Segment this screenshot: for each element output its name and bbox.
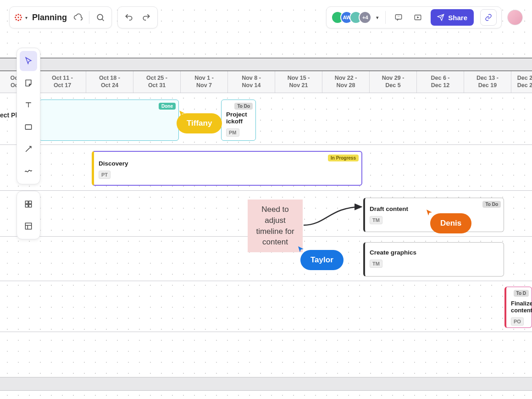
date-l2: Dec 12 [431, 82, 449, 89]
date-col: Nov 8 -Nov 14 [228, 71, 275, 93]
undo-redo-card [117, 6, 158, 28]
tool-group-layout [17, 191, 40, 239]
task-card-discovery[interactable]: In Progress Discovery PT [92, 151, 362, 186]
search-icon[interactable] [94, 11, 107, 24]
status-badge: To D [514, 290, 529, 297]
avatar-overflow[interactable]: +4 [359, 11, 371, 24]
topbar: ▾ Planning AW +4 [9, 6, 523, 28]
task-assignee: PO [511, 317, 524, 326]
task-card-kickoff[interactable]: To Do Projectickoff PM [221, 100, 256, 141]
comment-icon[interactable]: ”” [392, 11, 405, 24]
tool-group-main [17, 48, 40, 184]
date-col: Dec 6 -Dec 12 [417, 71, 464, 93]
date-col: Nov 15 -Nov 21 [275, 71, 322, 93]
undo-icon[interactable] [122, 11, 135, 24]
svg-point-1 [17, 14, 19, 15]
tool-frame[interactable] [20, 216, 37, 236]
share-button[interactable]: Share [431, 9, 474, 26]
redo-icon[interactable] [140, 11, 153, 24]
divider [89, 11, 89, 24]
lane-sep [0, 190, 532, 191]
date-l1: Nov 29 - [382, 75, 405, 82]
divider [385, 11, 386, 24]
task-card-done[interactable]: Done [39, 100, 179, 141]
date-l1: Nov 8 - [242, 75, 261, 82]
tool-cursor[interactable] [20, 51, 37, 71]
tool-strip [17, 48, 40, 239]
date-l1: Dec 2 [517, 75, 532, 82]
tool-rectangle[interactable] [20, 117, 37, 137]
ruler-top [0, 58, 532, 71]
svg-point-6 [20, 15, 21, 16]
lane-sep [0, 281, 532, 281]
title-card: ▾ Planning [9, 6, 112, 28]
cursor-pointer-denis [426, 209, 433, 216]
date-l2: Nov 7 [196, 82, 212, 89]
sticky-line: content [262, 238, 288, 246]
svg-point-4 [21, 17, 22, 18]
date-l2: Oct 31 [148, 82, 166, 89]
present-icon[interactable] [411, 11, 424, 24]
task-assignee: PM [226, 128, 239, 137]
tool-sticky[interactable] [20, 73, 37, 93]
date-l1: Oct 18 - [99, 75, 120, 82]
tool-grid[interactable] [20, 194, 37, 214]
task-assignee: PT [99, 171, 111, 179]
timeline[interactable]: Oct 4 - Oct 10 Oct 11 -Oct 17 Oct 18 -Oc… [0, 58, 532, 399]
svg-point-8 [20, 19, 21, 20]
sticky-note[interactable]: Need to adjust timeline for content [248, 200, 303, 252]
tool-line[interactable] [20, 139, 37, 159]
status-badge: To Do [482, 201, 501, 208]
task-card-graphics[interactable]: Create graphics TM [363, 242, 504, 277]
svg-rect-17 [25, 201, 28, 204]
share-icon [437, 14, 444, 21]
share-label: Share [448, 14, 467, 22]
date-l1: Nov 1 - [194, 75, 214, 82]
date-l1: Dec 6 - [431, 75, 450, 82]
date-l1: Dec 13 - [477, 75, 499, 82]
board-title[interactable]: Planning [32, 13, 67, 22]
tool-text[interactable] [20, 95, 37, 115]
task-title: Discovery [99, 160, 357, 167]
date-col: Nov 1 -Nov 7 [181, 71, 228, 93]
cursor-pointer-taylor [297, 245, 305, 253]
avatar-stack[interactable]: AW +4 [331, 11, 371, 24]
avatar-label: +4 [362, 15, 368, 20]
cursor-label-denis: Denis [430, 213, 471, 233]
svg-point-7 [16, 19, 17, 20]
lane-sep [0, 332, 532, 332]
sticky-line: adjust [265, 216, 285, 225]
date-l2: Nov 14 [242, 82, 261, 89]
svg-point-0 [17, 17, 19, 18]
task-card-finalize[interactable]: To D Finalizecontent PO [504, 287, 532, 328]
collab-card: AW +4 ▾ ”” Share [326, 6, 502, 28]
app-logo-icon [14, 13, 22, 22]
date-col: Oct 18 -Oct 24 [86, 71, 133, 93]
sticky-line: Need to [261, 205, 289, 214]
avatars-caret-icon[interactable]: ▾ [376, 15, 379, 21]
date-l2: Oct 24 [101, 82, 118, 89]
date-header-row: Oct 4 - Oct 10 Oct 11 -Oct 17 Oct 18 -Oc… [0, 71, 532, 93]
topbar-right: AW +4 ▾ ”” Share [326, 6, 523, 28]
cloud-sync-icon[interactable] [72, 11, 84, 24]
svg-rect-15 [25, 125, 31, 129]
logo-caret-icon[interactable]: ▾ [25, 15, 28, 20]
date-l2: Nov 28 [337, 82, 355, 89]
svg-point-9 [97, 14, 103, 20]
date-col: Nov 22 -Nov 28 [322, 71, 370, 93]
svg-line-10 [102, 19, 104, 21]
svg-point-2 [17, 20, 19, 21]
date-l2: Dec 2 [517, 82, 532, 89]
cursor-label-taylor: Taylor [300, 250, 344, 270]
date-l2: Dec 5 [385, 82, 400, 89]
svg-point-5 [16, 15, 17, 16]
status-badge: In Progress [328, 155, 359, 161]
sticky-line: timeline for [256, 227, 294, 236]
profile-avatar[interactable] [507, 10, 523, 25]
tool-scribble[interactable] [20, 161, 37, 181]
copy-link-button[interactable] [480, 9, 497, 26]
svg-point-3 [15, 17, 16, 18]
date-col: Nov 29 -Dec 5 [370, 71, 417, 93]
date-col: Dec 2Dec 2 [511, 71, 532, 93]
svg-rect-20 [29, 205, 32, 207]
